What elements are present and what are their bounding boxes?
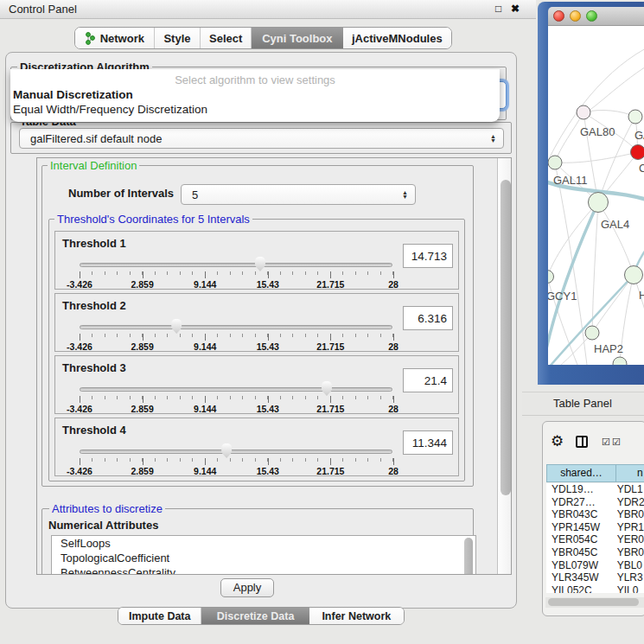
gear-icon[interactable]: ⚙ (551, 432, 564, 450)
table-cell: YBL079W (546, 559, 614, 572)
attributes-group-title: Attributes to discretize (49, 502, 165, 515)
node-partial-low-right[interactable] (625, 266, 643, 284)
numerical-attributes-list[interactable]: SelfLoopsTopologicalCoefficientBetweenne… (51, 535, 476, 575)
major-tick (143, 396, 143, 403)
node-label-hap2: HAP2 (594, 342, 623, 355)
tab-style[interactable]: Style (155, 28, 201, 48)
table-cell: YLR345W (546, 571, 614, 584)
number-of-intervals-value: 5 (192, 188, 198, 201)
major-tick (80, 334, 80, 341)
table-row[interactable]: YBR043CYBR0 (546, 508, 644, 521)
tab-infer-network[interactable]: Infer Network (309, 608, 404, 624)
major-tick (205, 458, 206, 465)
table-row[interactable]: YBL079WYBL0 (546, 559, 644, 572)
control-panel-tabbar: Network Style Select Cyni Toolbox jActiv… (74, 27, 452, 49)
network-canvas[interactable]: GAL80 GA C GAL11 GAL4 GCY1 H HAP2 (548, 26, 644, 365)
threshold-1-value-field[interactable]: 14.713 (403, 244, 453, 268)
zoom-traffic-light[interactable] (586, 10, 597, 22)
table-row[interactable]: YIL052CYIL0 (546, 584, 644, 593)
settings-scrollbar-track[interactable] (497, 158, 512, 575)
float-window-icon[interactable]: □ (495, 3, 501, 15)
tab-network[interactable]: Network (75, 28, 155, 48)
tick-label: 28 (388, 404, 399, 414)
settings-scrollbar-thumb[interactable] (501, 180, 511, 495)
tab-infer-network-label: Infer Network (322, 610, 391, 622)
minimize-traffic-light[interactable] (570, 10, 581, 22)
major-tick (330, 458, 331, 465)
apply-button[interactable]: Apply (220, 578, 274, 597)
table-row[interactable]: YDL19…YDL1 (546, 483, 644, 496)
node-gal11[interactable] (548, 156, 562, 169)
table-cell: YBL0 (614, 559, 644, 572)
attribute-list-item[interactable]: TopologicalCoefficient (52, 551, 475, 565)
table-row[interactable]: YBR045CYBR0 (546, 546, 644, 559)
checkbox-icon[interactable]: ☑ (612, 437, 621, 448)
table-cell: YDR27… (546, 496, 614, 509)
slider-track[interactable] (80, 263, 392, 267)
popup-option-manual-discretization[interactable]: Manual Discretization (10, 87, 500, 102)
slider-track[interactable] (80, 387, 392, 392)
threshold-4-label: Threshold 4 (62, 424, 126, 437)
table-cell: YBR0 (614, 508, 644, 521)
slider-track[interactable] (80, 450, 392, 454)
table-row[interactable]: YDR27…YDR2 (546, 496, 644, 509)
node-hap2[interactable] (585, 326, 599, 340)
tick-label: 2.859 (131, 404, 153, 414)
node-gcy1[interactable] (548, 271, 554, 284)
tick-label: 28 (388, 466, 399, 476)
major-tick (268, 271, 269, 278)
column-header-shared[interactable]: shared… (546, 464, 616, 482)
node-gal80[interactable] (577, 105, 590, 119)
tab-style-label: Style (163, 32, 190, 45)
tab-network-label: Network (100, 32, 144, 45)
attribute-list-item[interactable]: SelfLoops (52, 536, 475, 551)
slider-track[interactable] (80, 325, 392, 329)
split-view-icon[interactable] (576, 436, 588, 448)
tab-impute-data[interactable]: Impute Data (118, 608, 201, 624)
slider-thumb[interactable] (253, 257, 266, 271)
table-panel-titlebar: Table Panel (522, 392, 644, 416)
node-red-selected[interactable] (631, 145, 644, 160)
threshold-1-block: Threshold 1 -3.4262.8599.14415.4321.7152… (54, 231, 459, 290)
table-hscrollbar-track[interactable] (545, 597, 644, 608)
table-row[interactable]: YPR145WYPR1 (546, 521, 644, 534)
slider-thumb[interactable] (220, 443, 233, 458)
table-row[interactable]: YER054CYER0 (546, 533, 644, 546)
tick-label: 2.859 (131, 341, 153, 352)
column-header-name[interactable]: n (615, 464, 644, 482)
table-hscrollbar-thumb[interactable] (548, 598, 639, 606)
tab-jactivemnodules-label: jActiveMNodules (352, 32, 443, 45)
tab-jactivemnodules[interactable]: jActiveMNodules (343, 28, 451, 48)
close-traffic-light[interactable] (553, 10, 564, 22)
threshold-2-value-field[interactable]: 6.316 (403, 306, 453, 330)
node-label-partial-low-right: H (639, 289, 644, 302)
attribute-list-item[interactable]: BetweennessCentrality (52, 565, 475, 575)
checkbox-icon[interactable]: ☑ (602, 437, 610, 448)
slider-thumb[interactable] (320, 381, 333, 396)
tab-cyni-toolbox[interactable]: Cyni Toolbox (252, 28, 343, 48)
table-data-combobox[interactable]: galFiltered.sif default node ▲▼ (19, 128, 504, 149)
control-panel-titlebar: Control Panel □ ✖ (0, 0, 536, 19)
attributes-list-scrollbar[interactable] (464, 538, 473, 575)
table-header-row: shared… n (546, 464, 644, 482)
tick-label: 9.144 (194, 404, 216, 414)
major-tick (393, 458, 394, 465)
table-row[interactable]: YLR345WYLR3 (546, 571, 644, 584)
tab-select[interactable]: Select (201, 28, 252, 48)
table-cell: YBR045C (546, 546, 614, 559)
popup-option-equal-width-frequency[interactable]: Equal Width/Frequency Discretization (10, 102, 500, 117)
number-of-intervals-combobox[interactable]: 5 ▲▼ (181, 184, 416, 205)
tick-label: -3.426 (67, 404, 92, 414)
major-tick (268, 458, 269, 465)
table-cell: YDL1 (614, 483, 644, 496)
threshold-3-value-field[interactable]: 21.4 (403, 368, 453, 392)
slider-thumb[interactable] (170, 319, 183, 334)
major-tick (268, 334, 269, 341)
settings-scroll-viewport: Interval Definition Number of Intervals … (36, 157, 512, 575)
node-bottom-partial[interactable] (613, 357, 627, 365)
node-partial-top-right[interactable] (628, 110, 642, 124)
threshold-4-value-field[interactable]: 11.344 (403, 430, 453, 455)
close-window-icon[interactable]: ✖ (511, 3, 520, 15)
tab-discretize-data[interactable]: Discretize Data (201, 608, 309, 624)
node-gal4[interactable] (589, 193, 609, 213)
